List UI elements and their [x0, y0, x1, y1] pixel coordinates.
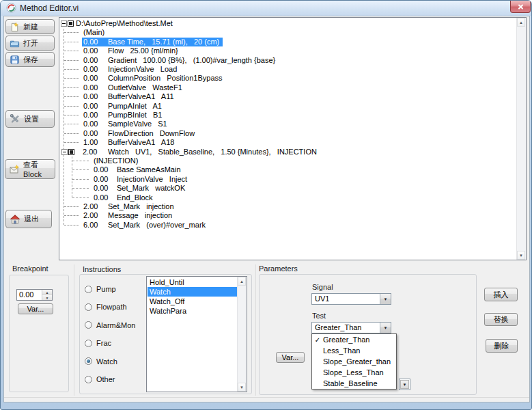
tree-row[interactable]: 0.00ColumnPosition Position1Bypass: [82, 74, 223, 83]
tree-connector: [64, 215, 79, 216]
titlebar[interactable]: Method Editor.vi: [1, 1, 532, 16]
tree-row[interactable]: 0.00Set_Mark watckOK: [92, 184, 185, 193]
method-tree[interactable]: ▲ ▼ D:\AutoPrep\Method\test.Met(Main)0.0…: [59, 17, 527, 260]
tree-connector: [72, 156, 72, 197]
tree-row-time: 0.00: [83, 111, 108, 120]
replace-button[interactable]: 替换: [484, 313, 518, 326]
signal-select[interactable]: UV1 ▼: [311, 293, 391, 305]
chevron-down-icon[interactable]: ▼: [380, 323, 391, 333]
tree-row[interactable]: 0.00Gradient 100.00 {B%}, (1.00)#var_len…: [82, 56, 275, 65]
delete-button[interactable]: 删除: [486, 339, 518, 353]
test-select[interactable]: Greater_Than ▼: [311, 322, 391, 333]
tree-row-time: 0.00: [83, 38, 108, 46]
tree-row[interactable]: 2.00Message injection: [82, 211, 172, 220]
exit-button[interactable]: 退出: [5, 210, 52, 228]
radio-option-other[interactable]: Other: [85, 374, 115, 384]
test-value: Greater_Than: [312, 323, 380, 333]
tree-row[interactable]: 0.00BufferValveA1 A11: [82, 92, 174, 101]
tree-row[interactable]: (Main): [82, 28, 104, 37]
scroll-down-icon[interactable]: ▼: [517, 251, 525, 260]
list-item[interactable]: Watch: [148, 287, 237, 297]
close-button[interactable]: [510, 1, 531, 13]
tree-row[interactable]: D:\AutoPrep\Method\test.Met: [61, 19, 173, 28]
tree-connector: [64, 225, 79, 226]
scroll-up-icon[interactable]: ▲: [238, 277, 246, 286]
tree-row[interactable]: 2.00Watch UV1, Stable_Baseline, 1.50 {Mi…: [61, 148, 317, 156]
save-button[interactable]: 保存: [5, 52, 55, 67]
tree-connector: [64, 32, 79, 33]
tree-row-time: 0.00: [83, 129, 108, 138]
tree-row-text: Flow 25.00 {ml/min}: [108, 46, 178, 55]
list-item[interactable]: Hold_Until: [148, 277, 237, 287]
view-block-button[interactable]: 查看Block: [5, 159, 55, 179]
list-item[interactable]: Watch_Off: [148, 297, 237, 306]
open-button[interactable]: 打开: [5, 36, 55, 51]
tree-row-text: BufferValveA1 A18: [108, 138, 174, 147]
radio-option-alarm-mon[interactable]: Alarm&Mon: [85, 320, 135, 330]
collapse-icon[interactable]: [61, 149, 68, 155]
close-icon: [518, 3, 524, 10]
tree-row-text: D:\AutoPrep\Method\test.Met: [76, 19, 173, 28]
tree-row-text: Message injection: [108, 211, 172, 220]
radio-label: Watch: [96, 357, 117, 366]
scroll-down-icon[interactable]: ▼: [238, 383, 246, 392]
tree-row[interactable]: 0.00End_Block: [92, 193, 153, 202]
radio-option-pump[interactable]: Pump: [85, 284, 116, 294]
menu-item-label: Slope_Less_Than: [323, 368, 384, 377]
instruction-list[interactable]: ▲ ▼ Hold_UntilWatchWatch_OffWatchPara: [146, 276, 247, 392]
value-select-arrow[interactable]: ▼: [399, 379, 410, 390]
radio-icon: [85, 376, 92, 383]
list-scrollbar[interactable]: ▲ ▼: [237, 277, 247, 392]
tree-row[interactable]: 0.00Base Time, 15.71 (ml), 20 (cm): [82, 38, 223, 46]
tree-row-time: 0.00: [83, 74, 108, 83]
collapse-icon[interactable]: [61, 20, 67, 27]
tree-row[interactable]: 0.00PumpAInlet A1: [82, 102, 162, 111]
tree-row[interactable]: 2.00Set_Mark injection: [82, 202, 174, 211]
tree-connector: [64, 124, 79, 124]
tree-row-text: PumpBInlet B1: [108, 111, 163, 120]
menu-item-label: Slope_Greater_than: [323, 357, 391, 366]
tree-row[interactable]: 0.00OutletValve WasteF1: [82, 83, 182, 92]
new-button[interactable]: 新建: [5, 19, 55, 34]
breakpoint-var-button[interactable]: Var...: [18, 303, 53, 314]
tree-row[interactable]: 0.00Base SameAsMain: [92, 165, 181, 174]
tree-row-text: (INJECTION): [94, 156, 138, 165]
scroll-up-icon[interactable]: ▲: [517, 18, 525, 27]
radio-label: Frac: [96, 339, 111, 347]
home-icon: [10, 214, 20, 225]
radio-label: Pump: [96, 285, 116, 293]
menu-item-greater_than[interactable]: ✓Greater_Than: [312, 334, 396, 345]
tree-row[interactable]: 6.00Set_Mark (over)#over_mark: [82, 221, 206, 230]
settings-button[interactable]: 设置: [5, 110, 55, 128]
tree-row[interactable]: 0.00SampleValve S1: [82, 120, 167, 128]
breakpoint-spinner[interactable]: 0.00 ▲ ▼: [16, 289, 53, 301]
list-item[interactable]: WatchPara: [148, 306, 237, 316]
radio-option-flowpath[interactable]: Flowpath: [85, 302, 127, 312]
menu-item-less_than[interactable]: Less_Than: [312, 345, 396, 356]
menu-item-stable_baseline[interactable]: Stable_Baseline: [312, 378, 396, 389]
radio-option-watch[interactable]: Watch: [85, 357, 117, 366]
menu-item-slope_less_than[interactable]: Slope_Less_Than: [312, 367, 396, 378]
tree-row[interactable]: 0.00FlowDirection DownFlow: [82, 129, 195, 138]
tree-row[interactable]: 0.00Flow 25.00 {ml/min}: [82, 46, 178, 55]
tree-row[interactable]: (INJECTION): [92, 156, 138, 165]
insert-button[interactable]: 插入: [484, 288, 518, 301]
chevron-down-icon[interactable]: ▼: [380, 294, 391, 304]
tree-row-time: 0.00: [83, 120, 108, 128]
radio-icon: [85, 321, 92, 329]
spinner-down-icon[interactable]: ▼: [42, 295, 52, 300]
tree-scrollbar[interactable]: ▲ ▼: [516, 18, 526, 260]
menu-item-slope_greater_than[interactable]: Slope_Greater_than: [312, 356, 396, 367]
breakpoint-value[interactable]: 0.00: [17, 290, 42, 300]
view-block-button-label: 查看Block: [23, 160, 55, 178]
tree-row[interactable]: 1.00BufferValveA1 A18: [82, 138, 174, 147]
spinner-up-icon[interactable]: ▲: [42, 290, 52, 295]
parameters-var-button[interactable]: Var...: [276, 352, 305, 363]
view-block-icon: [9, 164, 20, 175]
tree-row[interactable]: 0.00PumpBInlet B1: [82, 111, 163, 120]
radio-icon: [85, 286, 92, 293]
tree-row[interactable]: 0.00InjectionValve Load: [82, 65, 177, 74]
radio-option-frac[interactable]: Frac: [85, 338, 111, 348]
chevron-down-icon: ▼: [400, 380, 409, 389]
tree-row[interactable]: 0.00InjectionValve Inject: [92, 175, 187, 184]
